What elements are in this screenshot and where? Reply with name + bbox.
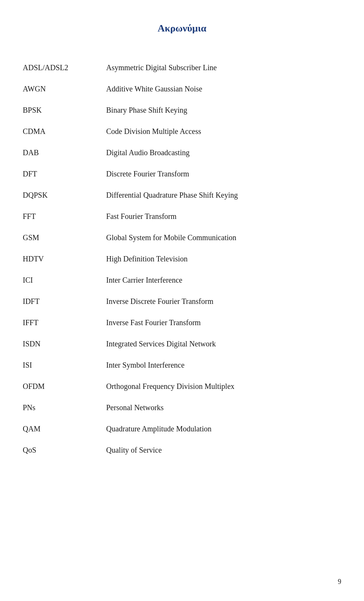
acronym-abbr: BPSK: [23, 99, 106, 121]
acronym-definition: Digital Audio Broadcasting: [106, 142, 341, 163]
acronym-row: CDMACode Division Multiple Access: [23, 121, 341, 142]
acronym-definition: Fast Fourier Transform: [106, 206, 341, 227]
acronym-row: QoSQuality of Service: [23, 439, 341, 461]
acronym-row: ISDNIntegrated Services Digital Network: [23, 333, 341, 354]
acronym-definition: Global System for Mobile Communication: [106, 227, 341, 248]
acronym-row: HDTVHigh Definition Television: [23, 248, 341, 269]
acronym-row: DQPSKDifferential Quadrature Phase Shift…: [23, 184, 341, 206]
acronym-definition: Differential Quadrature Phase Shift Keyi…: [106, 184, 341, 206]
acronym-definition: Discrete Fourier Transform: [106, 163, 341, 184]
acronym-definition: Inter Symbol Interference: [106, 354, 341, 376]
acronym-row: OFDMOrthogonal Frequency Division Multip…: [23, 376, 341, 397]
acronym-abbr: HDTV: [23, 248, 106, 269]
acronym-definition: Personal Networks: [106, 397, 341, 418]
acronym-abbr: DAB: [23, 142, 106, 163]
acronym-row: FFTFast Fourier Transform: [23, 206, 341, 227]
acronym-abbr: OFDM: [23, 376, 106, 397]
acronym-row: BPSKBinary Phase Shift Keying: [23, 99, 341, 121]
acronym-abbr: QoS: [23, 439, 106, 461]
acronym-abbr: ADSL/ADSL2: [23, 57, 106, 78]
acronym-definition: Code Division Multiple Access: [106, 121, 341, 142]
acronym-abbr: ISDN: [23, 333, 106, 354]
acronym-definition: Binary Phase Shift Keying: [106, 99, 341, 121]
acronym-definition: Quality of Service: [106, 439, 341, 461]
acronym-abbr: GSM: [23, 227, 106, 248]
acronym-abbr: DQPSK: [23, 184, 106, 206]
acronym-definition: Inverse Discrete Fourier Transform: [106, 291, 341, 312]
page-title: Ακρωνύμια: [23, 23, 341, 34]
acronym-definition: Inverse Fast Fourier Transform: [106, 312, 341, 333]
acronym-row: DABDigital Audio Broadcasting: [23, 142, 341, 163]
acronym-abbr: IDFT: [23, 291, 106, 312]
acronym-abbr: ICI: [23, 269, 106, 291]
acronym-row: QAMQuadrature Amplitude Modulation: [23, 418, 341, 439]
acronym-definition: Orthogonal Frequency Division Multiplex: [106, 376, 341, 397]
acronym-definition: Inter Carrier Interference: [106, 269, 341, 291]
acronym-definition: High Definition Television: [106, 248, 341, 269]
acronym-definition: Integrated Services Digital Network: [106, 333, 341, 354]
acronym-row: DFTDiscrete Fourier Transform: [23, 163, 341, 184]
acronym-row: IDFTInverse Discrete Fourier Transform: [23, 291, 341, 312]
acronym-abbr: QAM: [23, 418, 106, 439]
page-number: 9: [338, 578, 341, 586]
acronym-row: ICIInter Carrier Interference: [23, 269, 341, 291]
acronym-definition: Additive White Gaussian Noise: [106, 78, 341, 99]
acronym-row: AWGNAdditive White Gaussian Noise: [23, 78, 341, 99]
acronym-table: ADSL/ADSL2Asymmetric Digital Subscriber …: [23, 57, 341, 461]
acronym-row: ISIInter Symbol Interference: [23, 354, 341, 376]
acronym-abbr: IFFT: [23, 312, 106, 333]
acronym-row: GSMGlobal System for Mobile Communicatio…: [23, 227, 341, 248]
acronym-abbr: DFT: [23, 163, 106, 184]
acronym-row: PNsPersonal Networks: [23, 397, 341, 418]
acronym-abbr: AWGN: [23, 78, 106, 99]
acronym-abbr: CDMA: [23, 121, 106, 142]
acronym-abbr: PNs: [23, 397, 106, 418]
acronym-row: IFFTInverse Fast Fourier Transform: [23, 312, 341, 333]
acronym-abbr: ISI: [23, 354, 106, 376]
acronym-row: ADSL/ADSL2Asymmetric Digital Subscriber …: [23, 57, 341, 78]
acronym-definition: Asymmetric Digital Subscriber Line: [106, 57, 341, 78]
acronym-abbr: FFT: [23, 206, 106, 227]
acronym-definition: Quadrature Amplitude Modulation: [106, 418, 341, 439]
